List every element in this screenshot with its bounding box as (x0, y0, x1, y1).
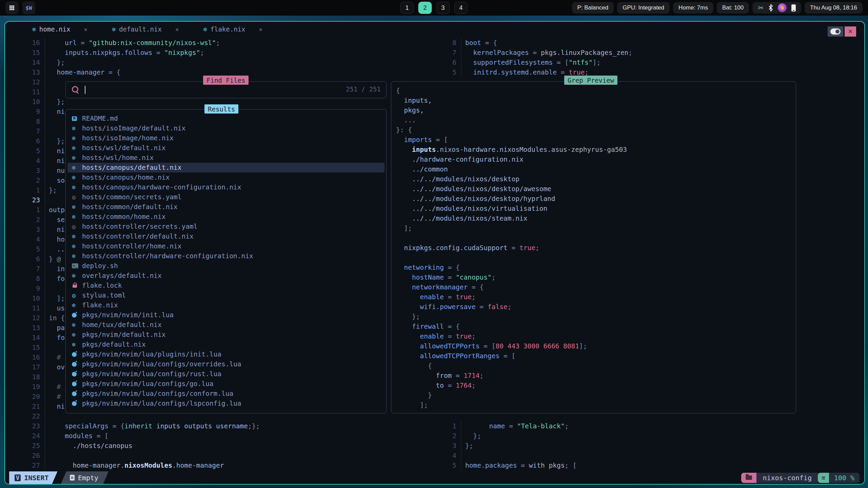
code-line: 21 ni (21, 402, 65, 411)
scroll-percent-label: 100 % (834, 474, 854, 482)
result-label: hosts/canopus/hardware-configuration.nix (82, 183, 241, 191)
result-item[interactable]: hosts/controller/hardware-configuration.… (67, 251, 384, 261)
preview-line: hostName = "canopus"; (396, 272, 496, 282)
result-item[interactable]: hosts/canopus/default.nix (67, 163, 384, 172)
result-item[interactable]: pkgs/nvim/nvim/lua/plugins/init.lua (67, 349, 384, 359)
nix-icon: ❄ (112, 26, 116, 33)
result-item[interactable]: hosts/controller/default.nix (67, 231, 384, 241)
ping-pill[interactable]: Home: 7ms (673, 2, 713, 14)
lua-file-icon (72, 399, 82, 408)
result-item[interactable]: pkgs/nvim/nvim/lua/configs/lspconfig.lua (67, 399, 384, 408)
scissors-icon[interactable]: ✂ (758, 4, 764, 11)
editor-tabbar: ❄ home.nix × ❄ default.nix × ❄ flake.nix… (5, 22, 864, 37)
result-item[interactable]: hosts/isoImage/home.nix (67, 133, 384, 143)
clock-pill[interactable]: Thu Aug 08, 18:16 (805, 2, 863, 14)
code-line: 10 }; (21, 97, 65, 107)
code-line: 8 (21, 117, 49, 126)
workspace-button-2-active[interactable]: 2 (418, 2, 432, 14)
result-item[interactable]: pkgs/nvim/nvim/lua/configs/conform.lua (67, 389, 384, 399)
result-item[interactable]: hosts/common/default.nix (67, 202, 384, 212)
scroll-percent-segment: 100 % (829, 473, 860, 483)
workspace-button-4[interactable]: 4 (454, 2, 468, 14)
gpu-label: GPU: Integrated (623, 4, 664, 11)
project-folder-segment (741, 473, 756, 483)
code-line: 25 ./hosts/canopus (21, 441, 133, 451)
results-list[interactable]: README.mdhosts/isoImage/default.nixhosts… (65, 109, 387, 413)
result-item[interactable]: flake.nix (67, 300, 384, 310)
tab-close-icon[interactable]: × (259, 26, 263, 33)
code-line: 18 (21, 372, 49, 382)
result-item[interactable]: hosts/common/secrets.yaml (67, 192, 384, 202)
lua-file-icon (72, 379, 82, 389)
result-item[interactable]: pkgs/nvim/nvim/lua/configs/overrides.lua (67, 359, 384, 369)
tab-flake-nix[interactable]: ❄ flake.nix × (203, 25, 263, 33)
result-item[interactable]: README.md (67, 114, 384, 123)
preview-line: { (396, 361, 432, 371)
result-item[interactable]: pkgs/nvim/nvim/init.lua (67, 310, 384, 320)
result-label: hosts/controller/home.nix (82, 242, 182, 250)
phone-icon[interactable] (791, 4, 796, 12)
lua-file-icon (72, 310, 82, 320)
desktop: { "colors":{"window_border":"#3fc4ad","a… (0, 0, 868, 488)
gpu-pill[interactable]: GPU: Integrated (617, 2, 670, 14)
preview-line: ]; (396, 223, 412, 233)
bluetooth-icon[interactable] (768, 4, 773, 12)
result-item[interactable]: overlays/default.nix (67, 271, 384, 281)
result-label: stylua.toml (82, 291, 126, 299)
result-label: flake.nix (82, 301, 118, 309)
code-line: 15 inputs.nixpkgs.follows = "nixpkgs"; (21, 48, 204, 58)
tab-default-nix[interactable]: ❄ default.nix × (112, 25, 179, 33)
code-line: 27 home-manager.nixosModules.home-manage… (21, 461, 224, 470)
app-launcher-button[interactable] (5, 1, 18, 14)
clock-label: Thu Aug 08, 18:16 (810, 4, 857, 11)
window-toggle-button[interactable] (828, 26, 843, 37)
flame-icon[interactable] (778, 3, 787, 12)
scroll-icon-segment: ≡ (818, 473, 829, 483)
result-item[interactable]: hosts/wsl/default.nix (67, 143, 384, 153)
result-item[interactable]: hosts/canopus/home.nix (67, 172, 384, 182)
result-label: pkgs/nvim/nvim/lua/configs/overrides.lua (82, 360, 241, 368)
result-item[interactable]: hosts/wsl/home.nix (67, 153, 384, 163)
lua-file-icon (72, 349, 82, 359)
result-item[interactable]: stylua.toml (67, 290, 384, 300)
battery-label: Bat: 100 (722, 4, 744, 11)
battery-pill[interactable]: Bat: 100 (717, 2, 749, 14)
tab-close-icon[interactable]: × (84, 26, 87, 33)
preview-line: ./hardware-configuration.nix (396, 155, 524, 164)
preview-line: wifi.powersave = false; (396, 302, 512, 312)
result-item[interactable]: pkgs/default.nix (67, 340, 384, 349)
result-item[interactable]: hosts/canopus/hardware-configuration.nix (67, 182, 384, 192)
power-profile-pill[interactable]: P: Balanced (572, 2, 614, 14)
lock-file-icon (72, 281, 82, 290)
workspace-button-3[interactable]: 3 (436, 2, 450, 14)
code-line: 11 (21, 87, 49, 97)
result-item[interactable]: deploy.sh (67, 261, 384, 271)
code-line: 23 (21, 195, 49, 205)
preview-line: enable = true; (396, 331, 476, 341)
workspace-badge[interactable]: $W (22, 1, 35, 14)
system-tray[interactable]: ✂ (752, 2, 801, 14)
result-item[interactable]: hosts/controller/home.nix (67, 241, 384, 251)
result-item[interactable]: home/tux/default.nix (67, 320, 384, 330)
code-line: 4 ho (21, 235, 65, 244)
result-item[interactable]: hosts/controller/secrets.yaml (67, 222, 384, 231)
preview-line: allowedTCPPorts = [80 443 3000 6666 8081… (396, 341, 587, 351)
result-counter: 251 / 251 (346, 85, 381, 93)
preview-line: nixpkgs.config.cudaSupport = true; (396, 243, 539, 253)
result-item[interactable]: flake.lock (67, 281, 384, 290)
window-close-button[interactable]: × (845, 26, 856, 37)
tab-label: flake.nix (211, 25, 245, 33)
code-line: 10 ]; (21, 293, 65, 303)
result-item[interactable]: hosts/isoImage/default.nix (67, 123, 384, 133)
result-item[interactable]: hosts/common/home.nix (67, 212, 384, 222)
search-icon (72, 86, 78, 93)
preview-line: imports = [ (396, 135, 448, 145)
result-item[interactable]: pkgs/nvim/default.nix (67, 330, 384, 340)
result-item[interactable]: pkgs/nvim/nvim/lua/configs/rust.lua (67, 369, 384, 379)
term-file-icon (72, 261, 82, 271)
tab-home-nix[interactable]: ❄ home.nix × (32, 25, 87, 33)
tab-close-icon[interactable]: × (175, 26, 179, 33)
workspace-button-1[interactable]: 1 (400, 2, 414, 14)
nix-file-icon (72, 133, 82, 143)
result-item[interactable]: pkgs/nvim/nvim/lua/configs/go.lua (67, 379, 384, 389)
